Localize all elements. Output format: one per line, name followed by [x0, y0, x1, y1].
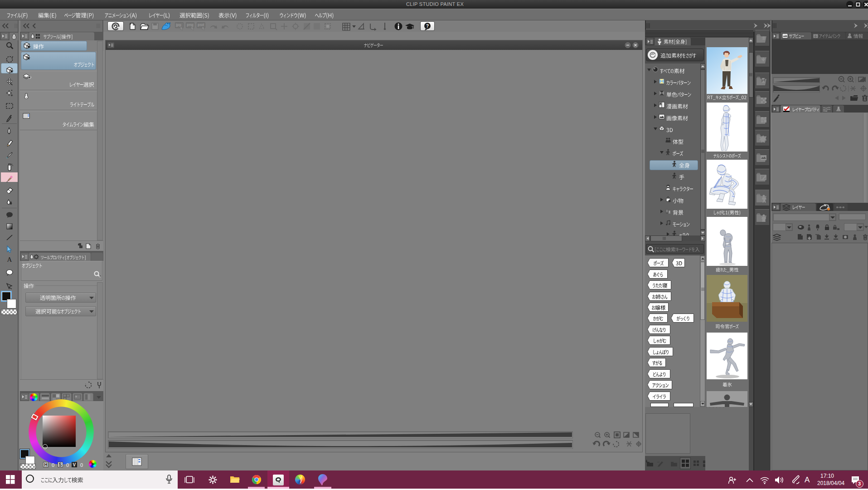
svg-text:A: A — [7, 256, 12, 263]
svg-text:?: ? — [426, 24, 429, 29]
